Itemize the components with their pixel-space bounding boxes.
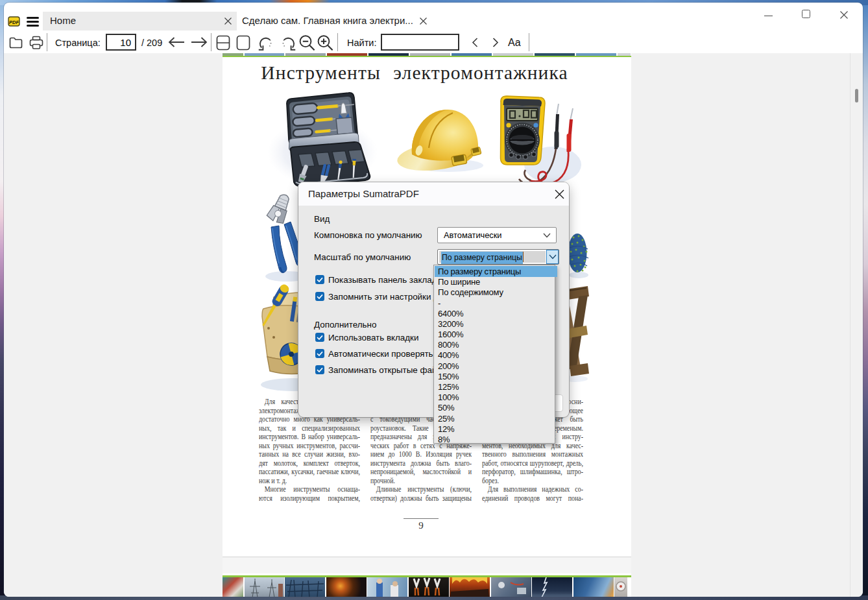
svg-text:PDF: PDF (9, 19, 19, 25)
